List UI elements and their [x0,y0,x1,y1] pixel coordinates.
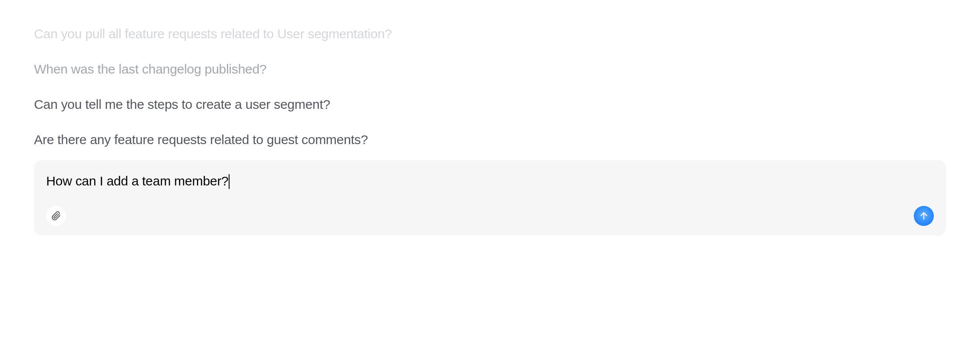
arrow-up-icon [919,211,929,221]
chat-input-text: How can I add a team member? [46,174,228,188]
input-row: How can I add a team member? [46,173,934,189]
suggestion-list: Can you pull all feature requests relate… [34,25,946,148]
suggestion-item[interactable]: Can you tell me the steps to create a us… [34,96,946,113]
text-cursor [229,174,230,189]
paperclip-icon [51,211,61,221]
input-toolbar [46,189,934,226]
suggestion-item[interactable]: When was the last changelog published? [34,61,946,77]
chat-input-panel: How can I add a team member? [34,160,946,236]
chat-container: Can you pull all feature requests relate… [0,0,980,236]
suggestion-item[interactable]: Are there any feature requests related t… [34,131,946,148]
send-button[interactable] [914,206,934,226]
attach-button[interactable] [46,206,66,226]
chat-input[interactable]: How can I add a team member? [46,173,934,189]
suggestion-item[interactable]: Can you pull all feature requests relate… [34,25,946,42]
